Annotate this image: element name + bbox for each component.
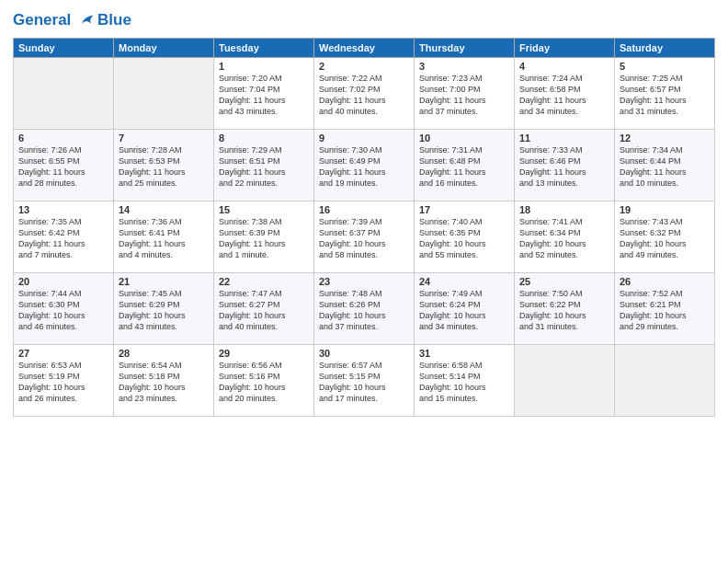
day-number: 18 xyxy=(519,204,609,215)
calendar-cell xyxy=(114,57,214,129)
calendar-cell: 27Sunrise: 6:53 AM Sunset: 5:19 PM Dayli… xyxy=(14,344,114,416)
day-number: 10 xyxy=(419,132,509,144)
calendar-cell: 30Sunrise: 6:57 AM Sunset: 5:15 PM Dayli… xyxy=(314,344,415,416)
day-number: 9 xyxy=(319,132,409,144)
day-number: 15 xyxy=(219,204,309,215)
cell-content: Sunrise: 7:52 AM Sunset: 6:21 PM Dayligh… xyxy=(620,288,710,333)
calendar-cell: 29Sunrise: 6:56 AM Sunset: 5:16 PM Dayli… xyxy=(214,344,314,416)
day-number: 6 xyxy=(18,132,108,144)
cell-content: Sunrise: 7:25 AM Sunset: 6:57 PM Dayligh… xyxy=(620,73,710,118)
calendar-cell: 16Sunrise: 7:39 AM Sunset: 6:37 PM Dayli… xyxy=(314,201,415,272)
weekday-header-saturday: Saturday xyxy=(615,38,715,57)
cell-content: Sunrise: 7:50 AM Sunset: 6:22 PM Dayligh… xyxy=(519,288,609,333)
calendar-cell: 10Sunrise: 7:31 AM Sunset: 6:48 PM Dayli… xyxy=(415,129,515,201)
cell-content: Sunrise: 6:58 AM Sunset: 5:14 PM Dayligh… xyxy=(419,360,509,405)
calendar-cell: 23Sunrise: 7:48 AM Sunset: 6:26 PM Dayli… xyxy=(314,272,415,344)
calendar-cell: 26Sunrise: 7:52 AM Sunset: 6:21 PM Dayli… xyxy=(615,272,715,344)
cell-content: Sunrise: 7:22 AM Sunset: 7:02 PM Dayligh… xyxy=(319,73,409,118)
calendar-cell: 20Sunrise: 7:44 AM Sunset: 6:30 PM Dayli… xyxy=(14,272,114,344)
day-number: 11 xyxy=(519,132,609,144)
day-number: 19 xyxy=(620,204,710,215)
calendar-row-1: 6Sunrise: 7:26 AM Sunset: 6:55 PM Daylig… xyxy=(14,129,715,201)
weekday-header-row: SundayMondayTuesdayWednesdayThursdayFrid… xyxy=(14,38,715,57)
cell-content: Sunrise: 6:56 AM Sunset: 5:16 PM Dayligh… xyxy=(219,360,309,405)
calendar-cell: 4Sunrise: 7:24 AM Sunset: 6:58 PM Daylig… xyxy=(515,57,615,129)
cell-content: Sunrise: 7:34 AM Sunset: 6:44 PM Dayligh… xyxy=(620,144,710,190)
calendar-cell: 22Sunrise: 7:47 AM Sunset: 6:27 PM Dayli… xyxy=(214,272,314,344)
calendar-cell: 3Sunrise: 7:23 AM Sunset: 7:00 PM Daylig… xyxy=(415,57,515,129)
calendar-cell: 24Sunrise: 7:49 AM Sunset: 6:24 PM Dayli… xyxy=(415,272,515,344)
logo-text: General xyxy=(13,11,96,30)
calendar-cell: 21Sunrise: 7:45 AM Sunset: 6:29 PM Dayli… xyxy=(114,272,214,344)
calendar-cell: 28Sunrise: 6:54 AM Sunset: 5:18 PM Dayli… xyxy=(114,344,214,416)
cell-content: Sunrise: 7:41 AM Sunset: 6:34 PM Dayligh… xyxy=(519,216,609,261)
weekday-header-tuesday: Tuesday xyxy=(214,38,314,57)
cell-content: Sunrise: 6:57 AM Sunset: 5:15 PM Dayligh… xyxy=(319,360,409,405)
cell-content: Sunrise: 7:38 AM Sunset: 6:39 PM Dayligh… xyxy=(219,216,309,261)
calendar-cell: 2Sunrise: 7:22 AM Sunset: 7:02 PM Daylig… xyxy=(314,57,415,129)
calendar-row-0: 1Sunrise: 7:20 AM Sunset: 7:04 PM Daylig… xyxy=(14,57,715,129)
day-number: 7 xyxy=(119,132,209,144)
calendar-cell: 1Sunrise: 7:20 AM Sunset: 7:04 PM Daylig… xyxy=(214,57,314,129)
cell-content: Sunrise: 7:43 AM Sunset: 6:32 PM Dayligh… xyxy=(620,216,710,261)
calendar-cell xyxy=(615,344,715,416)
day-number: 30 xyxy=(319,348,409,359)
day-number: 2 xyxy=(319,61,409,72)
day-number: 23 xyxy=(319,276,409,287)
day-number: 16 xyxy=(319,204,409,215)
cell-content: Sunrise: 7:39 AM Sunset: 6:37 PM Dayligh… xyxy=(319,216,409,261)
cell-content: Sunrise: 7:24 AM Sunset: 6:58 PM Dayligh… xyxy=(519,73,609,118)
cell-content: Sunrise: 7:29 AM Sunset: 6:51 PM Dayligh… xyxy=(219,144,309,190)
day-number: 27 xyxy=(18,348,108,359)
cell-content: Sunrise: 7:45 AM Sunset: 6:29 PM Dayligh… xyxy=(119,288,209,333)
calendar-page: General Blue SundayMondayTuesdayWednesda… xyxy=(0,0,728,563)
weekday-header-wednesday: Wednesday xyxy=(314,38,415,57)
calendar-cell: 19Sunrise: 7:43 AM Sunset: 6:32 PM Dayli… xyxy=(615,201,715,272)
calendar-cell: 8Sunrise: 7:29 AM Sunset: 6:51 PM Daylig… xyxy=(214,129,314,201)
weekday-header-friday: Friday xyxy=(515,38,615,57)
calendar-cell: 18Sunrise: 7:41 AM Sunset: 6:34 PM Dayli… xyxy=(515,201,615,272)
day-number: 24 xyxy=(419,276,509,287)
cell-content: Sunrise: 7:28 AM Sunset: 6:53 PM Dayligh… xyxy=(119,144,209,190)
calendar-cell: 9Sunrise: 7:30 AM Sunset: 6:49 PM Daylig… xyxy=(314,129,415,201)
calendar-cell: 5Sunrise: 7:25 AM Sunset: 6:57 PM Daylig… xyxy=(615,57,715,129)
weekday-header-monday: Monday xyxy=(114,38,214,57)
cell-content: Sunrise: 7:33 AM Sunset: 6:46 PM Dayligh… xyxy=(519,144,609,190)
day-number: 22 xyxy=(219,276,309,287)
day-number: 12 xyxy=(620,132,710,144)
day-number: 14 xyxy=(119,204,209,215)
calendar-cell: 15Sunrise: 7:38 AM Sunset: 6:39 PM Dayli… xyxy=(214,201,314,272)
weekday-header-sunday: Sunday xyxy=(14,38,114,57)
calendar-cell: 6Sunrise: 7:26 AM Sunset: 6:55 PM Daylig… xyxy=(14,129,114,201)
day-number: 8 xyxy=(219,132,309,144)
logo-blue: Blue xyxy=(97,11,131,29)
day-number: 4 xyxy=(519,61,609,72)
calendar-cell xyxy=(515,344,615,416)
logo: General Blue xyxy=(13,11,131,30)
cell-content: Sunrise: 7:26 AM Sunset: 6:55 PM Dayligh… xyxy=(18,144,108,190)
day-number: 1 xyxy=(219,61,309,72)
day-number: 29 xyxy=(219,348,309,359)
calendar-table: SundayMondayTuesdayWednesdayThursdayFrid… xyxy=(13,38,715,417)
calendar-cell: 7Sunrise: 7:28 AM Sunset: 6:53 PM Daylig… xyxy=(114,129,214,201)
cell-content: Sunrise: 7:48 AM Sunset: 6:26 PM Dayligh… xyxy=(319,288,409,333)
day-number: 25 xyxy=(519,276,609,287)
calendar-cell: 25Sunrise: 7:50 AM Sunset: 6:22 PM Dayli… xyxy=(515,272,615,344)
cell-content: Sunrise: 7:36 AM Sunset: 6:41 PM Dayligh… xyxy=(119,216,209,261)
calendar-row-2: 13Sunrise: 7:35 AM Sunset: 6:42 PM Dayli… xyxy=(14,201,715,272)
calendar-cell: 17Sunrise: 7:40 AM Sunset: 6:35 PM Dayli… xyxy=(415,201,515,272)
calendar-cell: 13Sunrise: 7:35 AM Sunset: 6:42 PM Dayli… xyxy=(14,201,114,272)
cell-content: Sunrise: 7:49 AM Sunset: 6:24 PM Dayligh… xyxy=(419,288,509,333)
cell-content: Sunrise: 7:20 AM Sunset: 7:04 PM Dayligh… xyxy=(219,73,309,118)
cell-content: Sunrise: 7:44 AM Sunset: 6:30 PM Dayligh… xyxy=(18,288,108,333)
cell-content: Sunrise: 6:54 AM Sunset: 5:18 PM Dayligh… xyxy=(119,360,209,405)
cell-content: Sunrise: 7:23 AM Sunset: 7:00 PM Dayligh… xyxy=(419,73,509,118)
cell-content: Sunrise: 7:40 AM Sunset: 6:35 PM Dayligh… xyxy=(419,216,509,261)
day-number: 21 xyxy=(119,276,209,287)
logo-general: General xyxy=(13,11,71,29)
calendar-cell: 31Sunrise: 6:58 AM Sunset: 5:14 PM Dayli… xyxy=(415,344,515,416)
calendar-cell: 12Sunrise: 7:34 AM Sunset: 6:44 PM Dayli… xyxy=(615,129,715,201)
day-number: 20 xyxy=(18,276,108,287)
calendar-cell xyxy=(14,57,114,129)
day-number: 13 xyxy=(18,204,108,215)
